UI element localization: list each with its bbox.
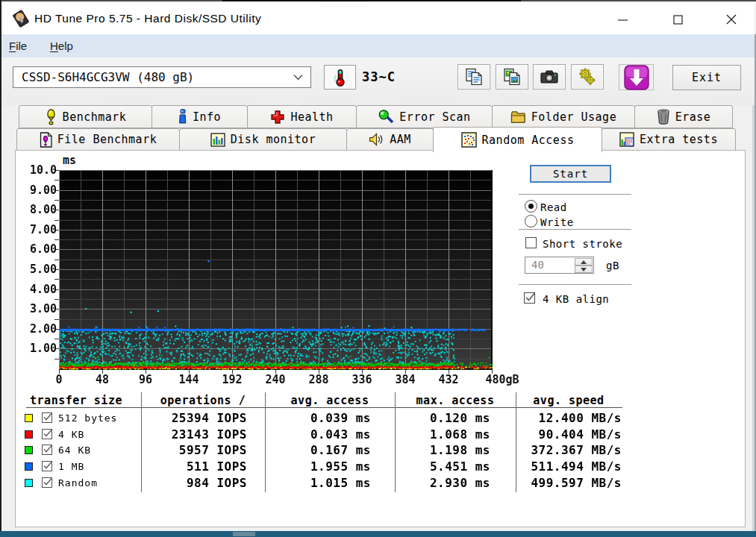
close-icon: [725, 13, 737, 25]
series-label: 64 KB: [58, 445, 91, 456]
save-button[interactable]: [619, 64, 654, 90]
cell-speed: 12.400 MB/s: [518, 411, 622, 425]
y-tick-label: 7.00: [22, 223, 57, 236]
x-tick-label: 288: [308, 373, 328, 386]
x-tick-label: 240: [265, 373, 285, 386]
read-radio-label: Read: [540, 201, 567, 213]
window-title: HD Tune Pro 5.75 - Hard Disk/SSD Utility: [34, 1, 261, 34]
series-label: 1 MB: [58, 461, 84, 472]
cell-max: 2.930 ms: [388, 476, 490, 490]
write-radio[interactable]: [525, 215, 537, 227]
series-checkbox[interactable]: [42, 461, 52, 471]
table-row: 4 KB23143 IOPS0.043 ms1.068 ms90.404 MB/…: [0, 427, 756, 444]
cell-speed: 90.404 MB/s: [518, 427, 622, 442]
cell-speed: 511.494 MB/s: [518, 459, 622, 474]
y-tick-label: 8.00: [22, 203, 57, 216]
maximize-button[interactable]: [660, 3, 695, 36]
maximize-icon: [672, 14, 684, 25]
checkmark-icon: [43, 461, 53, 470]
capacity-spinner[interactable]: 40: [525, 257, 594, 274]
cell-avg: 0.039 ms: [269, 411, 371, 425]
spinner-buttons: [575, 258, 593, 272]
checkmark-icon: [43, 412, 53, 421]
align-checkbox-label: 4 KB align: [543, 293, 609, 305]
app-icon: [12, 10, 30, 28]
y-tick-label: 3.00: [22, 302, 57, 315]
info-icon: [178, 109, 187, 125]
gears-icon: [578, 67, 597, 87]
checkmark-icon: [43, 429, 53, 438]
tab-error-scan[interactable]: Error Scan: [356, 105, 493, 128]
file-exclamation-icon: [40, 132, 52, 148]
tab-benchmark[interactable]: Benchmark: [19, 105, 152, 128]
cell-ops: 23143 IOPS: [142, 427, 247, 442]
bar-chart-icon: [210, 133, 225, 147]
series-color-swatch: [25, 430, 33, 439]
cell-avg: 0.167 ms: [269, 443, 371, 457]
random-access-chart: [48, 165, 503, 381]
menu-file[interactable]: File: [5, 34, 31, 57]
close-button[interactable]: [714, 3, 749, 36]
cell-max: 5.451 ms: [388, 459, 490, 474]
series-checkbox[interactable]: [42, 412, 52, 423]
x-tick-label: 480gB: [485, 373, 519, 386]
tab-random-access[interactable]: Random Access: [433, 127, 602, 152]
tab-extra-tests[interactable]: Extra tests: [602, 128, 736, 151]
y-tick-label: 4.00: [22, 283, 57, 296]
short-stroke-checkbox[interactable]: [525, 237, 537, 248]
cell-speed: 499.597 MB/s: [518, 476, 622, 490]
series-color-swatch: [25, 414, 33, 422]
separator: [519, 229, 631, 230]
tab-file-benchmark[interactable]: File Benchmark: [16, 128, 180, 151]
tab-disk-monitor[interactable]: Disk monitor: [179, 128, 347, 151]
cell-speed: 372.367 MB/s: [518, 443, 622, 457]
tab-label: AAM: [390, 133, 411, 146]
exit-button[interactable]: Exit: [672, 65, 741, 90]
menu-accelerator: H: [50, 40, 58, 52]
options-button[interactable]: [571, 64, 604, 90]
x-tick-label: 144: [178, 373, 199, 386]
drive-selector[interactable]: CSSD-S6H4GCG3VW (480 gB): [13, 66, 311, 88]
minimize-button[interactable]: [605, 3, 640, 36]
cell-ops: 25394 IOPS: [142, 411, 247, 425]
menu-help[interactable]: Help: [46, 34, 77, 57]
start-button[interactable]: Start: [530, 165, 611, 183]
thermometer-icon: [334, 69, 346, 87]
tab-erase[interactable]: Erase: [634, 105, 733, 128]
tab-aam[interactable]: AAM: [346, 128, 434, 151]
series-checkbox[interactable]: [42, 477, 52, 488]
spin-down-button[interactable]: [575, 266, 593, 273]
tab-info[interactable]: Info: [151, 105, 248, 128]
x-tick-label: 48: [96, 373, 109, 386]
cell-max: 1.198 ms: [388, 443, 490, 457]
tab-label: Health: [290, 110, 333, 124]
tab-label: Info: [193, 110, 221, 124]
tab-label: Disk monitor: [231, 133, 316, 146]
cell-ops: 511 IOPS: [142, 459, 247, 474]
spin-up-button[interactable]: [575, 258, 593, 266]
temperature-button[interactable]: [324, 65, 356, 90]
series-checkbox[interactable]: [42, 429, 52, 439]
series-checkbox[interactable]: [42, 445, 52, 455]
x-tick-label: 336: [352, 373, 372, 386]
tab-health[interactable]: Health: [247, 105, 357, 128]
table-header-underline: [26, 407, 622, 408]
copy-image-button[interactable]: [496, 64, 528, 90]
toolbar: CSSD-S6H4GCG3VW (480 gB) 33~C: [1, 57, 755, 105]
copy-text-button[interactable]: [457, 64, 490, 90]
screenshot-button[interactable]: [533, 64, 566, 90]
health-cross-icon: [270, 110, 285, 125]
cell-max: 0.120 ms: [388, 411, 490, 425]
short-stroke-label: Short stroke: [543, 238, 622, 250]
tab-folder-usage[interactable]: Folder Usage: [492, 105, 635, 128]
align-checkbox[interactable]: [524, 292, 535, 304]
x-tick-label: 96: [139, 373, 152, 386]
series-color-swatch: [25, 446, 33, 454]
window-bottom-edge: [0, 531, 756, 537]
minimize-icon: [617, 14, 628, 25]
read-radio[interactable]: [525, 200, 537, 213]
table-row: 1 MB511 IOPS1.955 ms5.451 ms511.494 MB/s: [0, 459, 756, 476]
y-tick-label: 6.00: [22, 242, 57, 256]
capacity-unit-label: gB: [606, 260, 619, 271]
tab-label: Benchmark: [63, 110, 127, 124]
